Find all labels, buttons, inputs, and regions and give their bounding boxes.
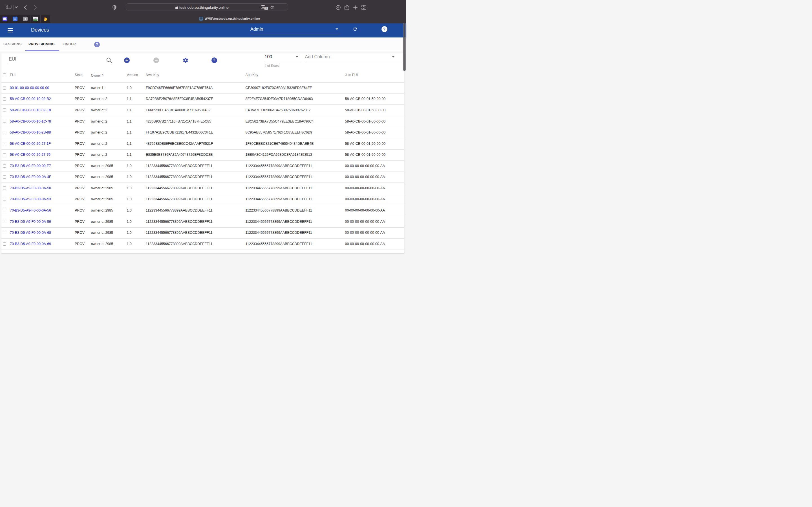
svg-text:USDA: USDA — [34, 17, 37, 19]
svg-text:文: 文 — [265, 7, 267, 10]
svg-text:A: A — [262, 6, 264, 8]
